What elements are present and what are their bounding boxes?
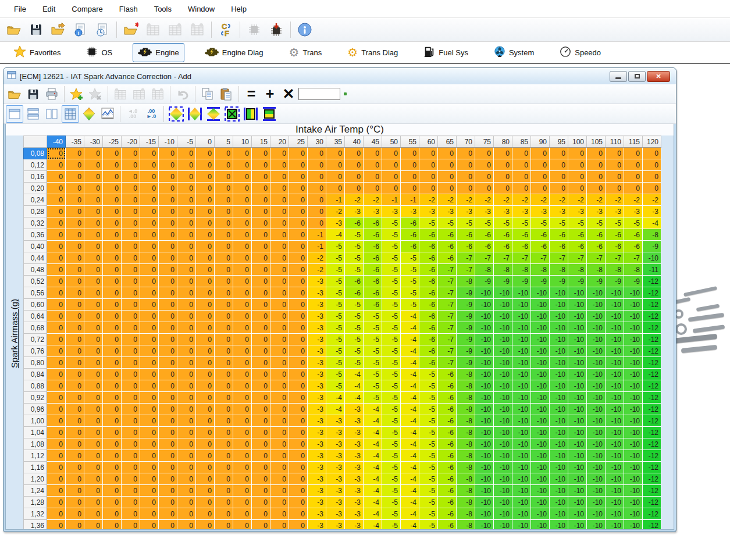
table-cell[interactable]: -6: [568, 229, 587, 241]
table-cell[interactable]: 0: [177, 380, 196, 392]
table-cell[interactable]: 0: [215, 334, 233, 345]
table-cell[interactable]: -3: [326, 217, 345, 229]
compare-grid-2-icon[interactable]: [165, 19, 186, 40]
table-cell[interactable]: -4: [401, 520, 419, 530]
table-cell[interactable]: -8: [643, 229, 661, 241]
column-header[interactable]: 120: [643, 136, 661, 148]
table-cell[interactable]: 0: [233, 404, 252, 415]
table-cell[interactable]: -12: [643, 380, 661, 392]
column-header[interactable]: 25: [289, 136, 308, 148]
row-header[interactable]: 1,08: [24, 438, 47, 450]
table-cell[interactable]: -5: [419, 520, 438, 530]
table-cell[interactable]: 0: [140, 252, 159, 264]
table-cell[interactable]: 0: [177, 369, 196, 380]
table-cell[interactable]: 0: [103, 415, 122, 427]
table-cell[interactable]: 0: [233, 229, 252, 241]
table-cell[interactable]: -10: [568, 311, 587, 322]
table-cell[interactable]: -10: [475, 520, 494, 530]
table-cell[interactable]: -6: [550, 241, 568, 252]
table-cell[interactable]: 0: [215, 183, 233, 194]
table-cell[interactable]: -9: [494, 276, 512, 287]
table-cell[interactable]: 0: [252, 287, 270, 299]
table-cell[interactable]: -4: [345, 380, 364, 392]
table-cell[interactable]: 0: [308, 206, 326, 217]
table-cell[interactable]: -4: [364, 473, 382, 485]
grid-view-icon[interactable]: [62, 105, 79, 123]
table-cell[interactable]: 0: [103, 229, 122, 241]
table-cell[interactable]: 0: [84, 206, 103, 217]
table-cell[interactable]: -10: [494, 322, 512, 334]
table-cell[interactable]: 0: [66, 287, 84, 299]
table-cell[interactable]: -10: [587, 462, 606, 473]
table-cell[interactable]: -3: [308, 462, 326, 473]
table-cell[interactable]: 0: [66, 485, 84, 497]
column-header[interactable]: -15: [140, 136, 159, 148]
table-cell[interactable]: -6: [419, 276, 438, 287]
row-header[interactable]: 1,32: [24, 508, 47, 520]
table-cell[interactable]: -6: [438, 369, 457, 380]
column-header[interactable]: 10: [233, 136, 252, 148]
table-cell[interactable]: 0: [140, 473, 159, 485]
table-cell[interactable]: 0: [289, 462, 308, 473]
tab-favorites[interactable]: Favorites: [8, 42, 66, 63]
table-cell[interactable]: -10: [624, 299, 643, 311]
table-cell[interactable]: -10: [550, 462, 568, 473]
table-cell[interactable]: 0: [196, 194, 215, 206]
table-cell[interactable]: -3: [326, 497, 345, 508]
table-cell[interactable]: -10: [624, 508, 643, 520]
table-cell[interactable]: -12: [643, 322, 661, 334]
table-cell[interactable]: -5: [326, 299, 345, 311]
table-cell[interactable]: 0: [177, 415, 196, 427]
table-cell[interactable]: 0: [66, 229, 84, 241]
table-cell[interactable]: -6: [419, 252, 438, 264]
table-cell[interactable]: -10: [512, 485, 531, 497]
table-cell[interactable]: 0: [457, 171, 475, 183]
table-cell[interactable]: 0: [103, 206, 122, 217]
table-cell[interactable]: 0: [196, 299, 215, 311]
table-cell[interactable]: 0: [196, 183, 215, 194]
table-cell[interactable]: 0: [66, 206, 84, 217]
table-cell[interactable]: 0: [140, 462, 159, 473]
column-header[interactable]: 100: [568, 136, 587, 148]
table-cell[interactable]: 0: [177, 404, 196, 415]
table-cell[interactable]: 0: [159, 299, 177, 311]
column-header[interactable]: 110: [606, 136, 624, 148]
table-cell[interactable]: 0: [364, 148, 382, 159]
table-cell[interactable]: -9: [475, 276, 494, 287]
table-cell[interactable]: 0: [289, 299, 308, 311]
table-cell[interactable]: -6: [475, 241, 494, 252]
table-cell[interactable]: 0: [252, 206, 270, 217]
table-cell[interactable]: -4: [401, 404, 419, 415]
table-cell[interactable]: 0: [159, 427, 177, 438]
table-cell[interactable]: -10: [550, 392, 568, 404]
open-table-file-icon[interactable]: ✱: [120, 19, 141, 40]
table-cell[interactable]: -6: [419, 264, 438, 276]
table-cell[interactable]: -5: [438, 217, 457, 229]
table-cell[interactable]: 0: [47, 438, 66, 450]
row-header[interactable]: 0,16: [24, 171, 47, 183]
table-cell[interactable]: 0: [122, 252, 140, 264]
table-cell[interactable]: 0: [252, 148, 270, 159]
table-cell[interactable]: -10: [606, 322, 624, 334]
table-cell[interactable]: 0: [47, 473, 66, 485]
table-cell[interactable]: -5: [419, 508, 438, 520]
table-cell[interactable]: 0: [438, 171, 457, 183]
column-header[interactable]: 60: [419, 136, 438, 148]
table-cell[interactable]: -3: [606, 206, 624, 217]
table-cell[interactable]: 0: [84, 311, 103, 322]
table-cell[interactable]: 0: [84, 462, 103, 473]
table-cell[interactable]: -7: [438, 311, 457, 322]
column-header[interactable]: 80: [494, 136, 512, 148]
table-cell[interactable]: 0: [177, 485, 196, 497]
table-cell[interactable]: 0: [215, 264, 233, 276]
table-cell[interactable]: 0: [140, 415, 159, 427]
table-cell[interactable]: 0: [252, 508, 270, 520]
table-cell[interactable]: 0: [252, 485, 270, 497]
table-cell[interactable]: -6: [419, 322, 438, 334]
table-cell[interactable]: 0: [289, 322, 308, 334]
table-cell[interactable]: -10: [550, 287, 568, 299]
table-cell[interactable]: -5: [345, 345, 364, 357]
table-cell[interactable]: -8: [624, 264, 643, 276]
table-cell[interactable]: -6: [401, 229, 419, 241]
table-cell[interactable]: -3: [643, 206, 661, 217]
